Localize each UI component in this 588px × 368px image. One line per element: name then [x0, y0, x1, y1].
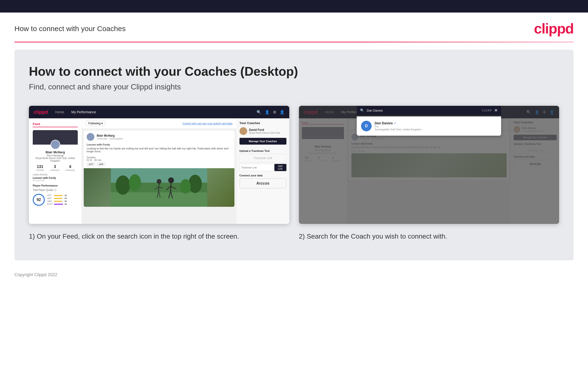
- post-duration-val-1: 01 hr : 30 min: [87, 159, 101, 161]
- svg-point-4: [129, 174, 141, 191]
- coach-info-1: David Ford Royal North Devon Golf Club: [249, 128, 280, 134]
- search-result-item-1[interactable]: D Dan Davies ✓ Pro Sunningdale Golf Club…: [359, 119, 499, 133]
- clippd-logo: clippd: [534, 20, 574, 37]
- svg-point-6: [180, 179, 191, 193]
- following-button-1[interactable]: Following ▾: [86, 121, 105, 126]
- activity-date-1: 03 Aug 2022: [33, 179, 78, 182]
- metric-arg: ARG 86: [47, 200, 68, 202]
- search-input-2[interactable]: [367, 109, 479, 112]
- svg-line-8: [171, 183, 171, 191]
- step-1-body: On your Feed, click on the search icon i…: [37, 233, 239, 240]
- header: How to connect with your Coaches clippd: [0, 12, 588, 42]
- coach-avatar-1: [239, 127, 247, 135]
- step-1-number: 1): [29, 233, 35, 240]
- post-content-1: Looking to feel like my hands are exitin…: [87, 147, 232, 153]
- post-duration-1: Duration01 hr : 30 min: [84, 155, 234, 162]
- stat-followers-label: Followers: [50, 169, 60, 171]
- main-content: How to connect with your Coaches (Deskto…: [14, 50, 574, 260]
- nav-my-performance-1[interactable]: My Performance: [71, 110, 96, 114]
- screenshot-col-1: clippd Home My Performance 🔍 👤 ⚙ 👤 Feed: [29, 106, 289, 241]
- stat-followers: 3 Followers: [50, 165, 60, 171]
- profile-hc-1: Plus Handicap: [33, 154, 78, 157]
- connect-section-1: Connect your data Arccos: [239, 174, 286, 188]
- control-link-1[interactable]: Control who can see your activity and da…: [183, 122, 232, 125]
- profile-avatar-1: [51, 140, 60, 149]
- screenshot-frame-2: clippd Home My Performance 🔍 👤 ⚙ 👤 Feed: [299, 106, 559, 224]
- nav-icons-1: 🔍 👤 ⚙ 👤: [257, 110, 284, 114]
- app-logo-1: clippd: [34, 110, 48, 115]
- result-club-2: Sunningdale Golf Club, United Kingdom: [375, 128, 421, 131]
- screenshots-row: clippd Home My Performance 🔍 👤 ⚙ 👤 Feed: [29, 106, 559, 241]
- ott-btn-1[interactable]: OTT: [87, 162, 95, 166]
- post-meta-1: Blair McHarg Yesterday · Sunningdale: [97, 134, 123, 140]
- following-bar-1: Following ▾ Control who can see your act…: [82, 118, 236, 129]
- svg-point-13: [157, 179, 161, 184]
- user-icon-1[interactable]: 👤: [265, 110, 270, 114]
- feed-tab-1[interactable]: Feed: [33, 122, 78, 127]
- metric-app: APP 85: [47, 197, 68, 200]
- quality-row-1: 92 OTT 90 APP: [33, 194, 78, 206]
- profile-info-1: Blair McHarg Plus Handicap Royal North D…: [33, 150, 78, 162]
- search-bar-2[interactable]: 🔍 CLEAR ✕: [357, 106, 501, 115]
- clear-button-2[interactable]: CLEAR: [482, 109, 492, 112]
- verified-icon-2: ✓: [394, 121, 396, 125]
- profile-club-1: Royal North Devon Golf Club, United King…: [33, 157, 78, 162]
- center-panel-1: Following ▾ Control who can see your act…: [82, 118, 236, 224]
- nav-home-1[interactable]: Home: [55, 110, 64, 114]
- right-panel-1: Your Coaches David Ford Royal North Devo…: [236, 118, 289, 224]
- page-title: How to connect with your Coaches: [14, 25, 126, 33]
- main-title: How to connect with your Coaches (Deskto…: [29, 64, 559, 79]
- manage-coaches-btn-1[interactable]: Manage Your Coaches: [239, 138, 286, 145]
- post-title-1: Lesson with Fordy: [87, 143, 232, 146]
- footer: Copyright Clippd 2022: [0, 267, 588, 282]
- post-avatar-1: [87, 133, 94, 141]
- search-results-2: D Dan Davies ✓ Pro Sunningdale Golf Club…: [357, 116, 501, 136]
- app-btn-1[interactable]: APP: [97, 162, 105, 166]
- latest-label-1: Latest Activity: [33, 173, 78, 176]
- metric-putt: PUTT 96: [47, 203, 68, 205]
- post-detail-1: Yesterday · Sunningdale: [97, 137, 123, 140]
- search-icon-1[interactable]: 🔍: [257, 110, 261, 114]
- step-2-number: 2): [299, 233, 305, 240]
- header-divider: [14, 42, 574, 42]
- stat-following-num: 4: [65, 165, 75, 169]
- trackman-link-box-1: Trackman Link: [239, 154, 286, 162]
- activity-title-1: Lesson with Fordy: [33, 176, 78, 179]
- stat-following-label: Following: [65, 169, 75, 171]
- coach-name-1: David Ford: [249, 128, 280, 132]
- screenshot-col-2: clippd Home My Performance 🔍 👤 ⚙ 👤 Feed: [299, 106, 559, 241]
- step-2-text: 2) Search for the Coach you wish to conn…: [299, 232, 559, 241]
- arccos-box-1: Arccos: [239, 178, 286, 188]
- perf-title-1: Player Performance: [33, 184, 78, 187]
- coaches-title-1: Your Coaches: [239, 121, 286, 125]
- metric-ott: OTT 90: [47, 194, 68, 197]
- connect-title-1: Connect your data: [239, 174, 286, 177]
- stat-following: 4 Following: [65, 165, 75, 171]
- add-link-btn-1[interactable]: Add Link: [274, 164, 286, 171]
- trackman-input-1[interactable]: [239, 164, 273, 171]
- stat-followers-num: 3: [50, 165, 60, 169]
- close-button-2[interactable]: ✕: [494, 108, 498, 113]
- stat-activities-num: 131: [36, 165, 44, 169]
- app-nav-1: clippd Home My Performance 🔍 👤 ⚙ 👤: [29, 106, 289, 118]
- step-2-body: Search for the Coach you wish to connect…: [307, 233, 447, 240]
- feed-post-1: Blair McHarg Yesterday · Sunningdale Les…: [84, 131, 234, 207]
- step-1-text: 1) On your Feed, click on the search ico…: [29, 232, 289, 241]
- perf-sub-1: Total Player Quality ⓘ: [33, 188, 78, 192]
- svg-point-3: [116, 175, 130, 195]
- svg-point-7: [168, 177, 174, 183]
- app-body-1: Feed Blair McHarg Plus Handicap Royal No…: [29, 118, 289, 224]
- screenshot-frame-1: clippd Home My Performance 🔍 👤 ⚙ 👤 Feed: [29, 106, 289, 224]
- post-name-1: Blair McHarg: [97, 134, 123, 137]
- result-info-2: Dan Davies ✓ Pro Sunningdale Golf Club, …: [375, 121, 421, 131]
- profile-banner-1: [33, 130, 78, 145]
- settings-icon-1[interactable]: ⚙: [273, 110, 276, 114]
- coach-item-1: David Ford Royal North Devon Golf Club: [239, 127, 286, 135]
- footer-text: Copyright Clippd 2022: [14, 272, 57, 277]
- result-name-2: Dan Davies ✓: [375, 121, 421, 125]
- top-bar: [0, 0, 588, 12]
- avatar-icon-1[interactable]: 👤: [280, 110, 284, 114]
- quality-circle-1: 92: [33, 194, 45, 206]
- main-subtitle: Find, connect and share your Clippd insi…: [29, 83, 559, 91]
- post-body-1: Lesson with Fordy Looking to feel like m…: [84, 143, 234, 155]
